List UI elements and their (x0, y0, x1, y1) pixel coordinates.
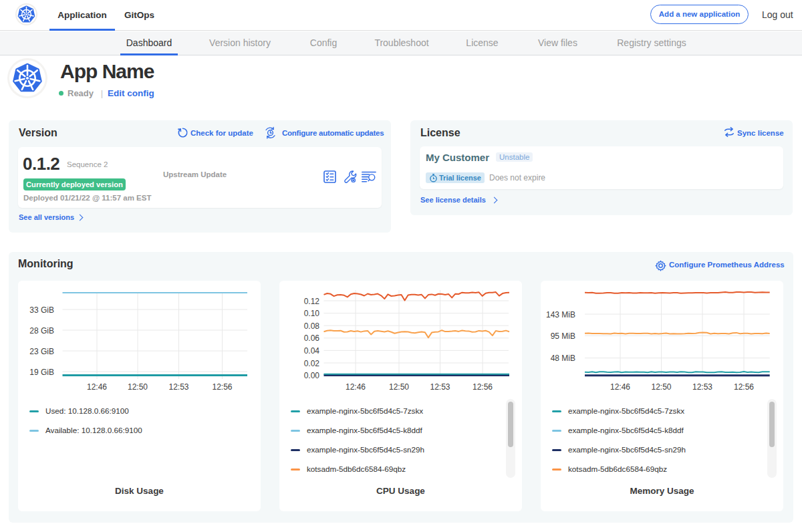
svg-text:12:46: 12:46 (610, 382, 630, 392)
svg-text:12:50: 12:50 (651, 382, 671, 392)
svg-text:48 MiB: 48 MiB (551, 354, 575, 363)
svg-text:23 GiB: 23 GiB (29, 347, 54, 356)
svg-text:12:50: 12:50 (128, 382, 148, 392)
svg-text:12:56: 12:56 (212, 382, 232, 392)
svg-text:12:53: 12:53 (692, 382, 712, 392)
svg-text:12:56: 12:56 (734, 382, 754, 392)
svg-text:95 MiB: 95 MiB (551, 331, 575, 341)
svg-text:19 GiB: 19 GiB (29, 368, 54, 377)
svg-text:28 GiB: 28 GiB (29, 326, 54, 336)
svg-text:0.12: 0.12 (304, 297, 320, 306)
svg-text:33 GiB: 33 GiB (29, 305, 54, 315)
svg-text:12:46: 12:46 (346, 382, 366, 392)
svg-text:0.08: 0.08 (304, 321, 320, 331)
svg-text:12:53: 12:53 (168, 382, 188, 392)
svg-text:12:46: 12:46 (87, 382, 107, 392)
svg-text:143 MiB: 143 MiB (546, 310, 575, 319)
svg-text:0.00: 0.00 (304, 371, 320, 380)
svg-text:0.10: 0.10 (304, 309, 320, 318)
svg-text:12:56: 12:56 (473, 382, 493, 392)
svg-text:0.06: 0.06 (304, 334, 320, 343)
svg-text:12:50: 12:50 (389, 382, 409, 392)
svg-text:12:53: 12:53 (430, 382, 450, 392)
svg-text:0.02: 0.02 (304, 359, 320, 368)
svg-text:0.04: 0.04 (304, 346, 320, 356)
